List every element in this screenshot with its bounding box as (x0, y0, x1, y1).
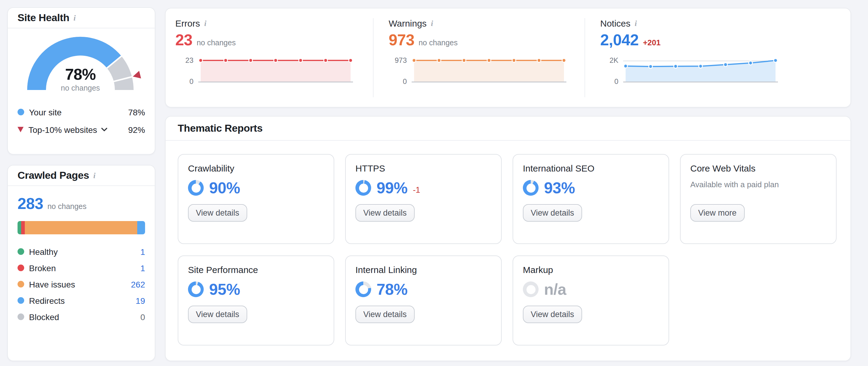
your-site-dot-icon (18, 109, 24, 115)
score-delta: -1 (413, 186, 420, 195)
thematic-cards: Crawlability 90% View details HTTPS 99% … (166, 141, 850, 359)
legend-label: Top-10% websites (28, 125, 97, 134)
warnings-delta: no changes (418, 39, 458, 47)
chevron-down-icon (101, 127, 107, 132)
card-title: Core Web Vitals (690, 163, 826, 174)
have-issues-count-link[interactable]: 262 (131, 279, 145, 289)
errors-delta: no changes (197, 39, 236, 47)
bar-segment-broken (21, 221, 25, 234)
bar-segment-healthy (18, 221, 21, 234)
notices-axis: 2K 0 (600, 57, 618, 85)
warnings-sparkline (412, 57, 566, 85)
column-divider (373, 18, 374, 97)
thematic-card-internal-linking: Internal Linking 78% View details (345, 256, 502, 345)
legend-row-broken: Broken 1 (18, 260, 145, 276)
thematic-reports-header: Thematic Reports (166, 117, 850, 141)
legend-value: 92% (128, 125, 145, 134)
legend-row-have-issues: Have issues 262 (18, 276, 145, 292)
legend-row-healthy: Healthy 1 (18, 243, 145, 260)
paid-plan-note: Available with a paid plan (690, 180, 826, 189)
view-more-button[interactable]: View more (690, 204, 744, 222)
errors-axis: 23 0 (175, 57, 193, 85)
score-value: 90% (209, 178, 240, 197)
crawled-pages-total: 283 (18, 195, 43, 213)
site-health-header: Site Health i (8, 8, 155, 28)
thematic-card-international-seo: International SEO 93% View details (513, 154, 669, 244)
thematic-card-crawlability: Crawlability 90% View details (178, 154, 334, 244)
gauge-center: 78% no changes (25, 65, 136, 92)
healthy-count-link[interactable]: 1 (140, 247, 145, 256)
view-details-button[interactable]: View details (188, 306, 247, 323)
legend-label: Broken (29, 263, 56, 273)
crawled-pages-panel: Crawled Pages i 283 no changes Healthy 1… (7, 165, 155, 361)
score-value: 99% (377, 178, 407, 197)
score-donut (355, 180, 371, 196)
site-health-title: Site Health (18, 12, 69, 24)
crawled-pages-legend: Healthy 1 Broken 1 Have issues 262 Redir… (18, 243, 145, 325)
score-value: 78% (377, 280, 407, 299)
warnings-axis: 973 0 (389, 57, 407, 85)
legend-label: Blocked (29, 312, 59, 322)
info-icon[interactable]: i (73, 13, 75, 23)
card-title: Markup (523, 265, 659, 275)
bar-segment-have-issues (25, 221, 137, 234)
bar-segment-redirects (137, 221, 145, 234)
legend-row-your-site: Your site 78% (8, 103, 155, 121)
view-details-button[interactable]: View details (523, 306, 582, 323)
notices-delta: +201 (643, 38, 661, 47)
blocked-count: 0 (140, 312, 145, 322)
redirects-count-link[interactable]: 19 (136, 296, 145, 305)
legend-label: Redirects (29, 296, 65, 305)
view-details-button[interactable]: View details (523, 204, 582, 222)
score-donut (188, 281, 204, 297)
view-details-button[interactable]: View details (355, 204, 415, 222)
site-health-score-note: no changes (25, 84, 136, 92)
site-health-gauge: 78% no changes (25, 34, 146, 93)
site-health-legend: Your site 78% Top-10% websites 92% (8, 103, 155, 138)
notices-label: Notices (600, 18, 630, 28)
info-icon[interactable]: i (204, 18, 207, 28)
thematic-card-core-web-vitals: Core Web Vitals Available with a paid pl… (680, 154, 837, 244)
view-details-button[interactable]: View details (355, 306, 415, 323)
score-donut (355, 281, 371, 297)
column-divider (585, 18, 585, 97)
legend-row-top10-websites: Top-10% websites 92% (8, 121, 155, 138)
score-value: n/a (544, 280, 566, 299)
notices-count: 2,042 (600, 31, 639, 48)
score-donut (523, 281, 538, 297)
top10-websites-dropdown[interactable]: Top-10% websites (18, 125, 107, 134)
info-icon[interactable]: i (93, 170, 95, 180)
crawled-pages-stacked-bar (18, 221, 145, 234)
info-icon[interactable]: i (635, 18, 637, 28)
legend-value: 78% (128, 107, 145, 117)
thematic-reports-title: Thematic Reports (178, 122, 262, 134)
errors-section: Errors i 23 no changes 23 0 (166, 8, 373, 107)
legend-label: Your site (29, 107, 62, 117)
have-issues-dot-icon (18, 281, 24, 288)
card-title: HTTPS (355, 163, 491, 174)
info-icon[interactable]: i (431, 18, 433, 28)
triangle-down-icon (18, 127, 24, 132)
thematic-reports-panel: Thematic Reports Crawlability 90% View d… (165, 116, 851, 361)
card-title: Internal Linking (355, 265, 491, 275)
blocked-dot-icon (18, 313, 24, 320)
card-title: Site Performance (188, 265, 324, 275)
legend-label: Healthy (29, 247, 58, 256)
score-donut (523, 180, 538, 196)
view-details-button[interactable]: View details (188, 204, 247, 222)
site-health-score: 78% (25, 65, 136, 84)
crawled-pages-delta: no changes (48, 202, 87, 211)
errors-label: Errors (175, 18, 200, 28)
legend-row-redirects: Redirects 19 (18, 292, 145, 309)
site-audit-dashboard: Site Health i 78% no changes Your site 7… (0, 0, 868, 366)
broken-count-link[interactable]: 1 (140, 263, 145, 273)
thematic-card-site-performance: Site Performance 95% View details (178, 256, 334, 345)
warnings-section: Warnings i 973 no changes 973 0 (373, 8, 585, 107)
redirects-dot-icon (18, 297, 24, 304)
notices-section: Notices i 2,042 +201 2K 0 (585, 8, 850, 107)
card-title: International SEO (523, 163, 659, 174)
errors-count: 23 (175, 31, 192, 48)
issues-overview-panel: Errors i 23 no changes 23 0 Warnings i (165, 8, 851, 107)
crawled-pages-header: Crawled Pages i (8, 165, 155, 186)
score-value: 95% (209, 280, 240, 299)
